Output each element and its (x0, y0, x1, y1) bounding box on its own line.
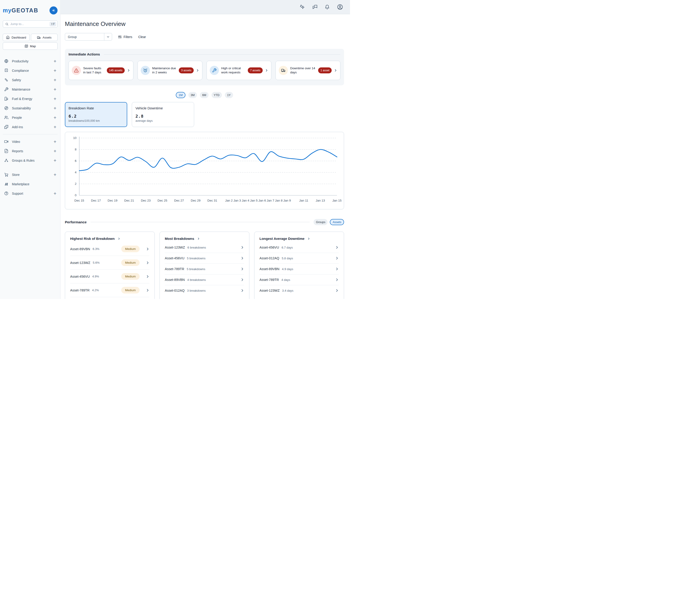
svg-text:Dec 19: Dec 19 (108, 199, 118, 202)
highest-risk-card-header[interactable]: Highest Risk of Breakdown (70, 237, 149, 241)
immediate-actions-panel: Immediate Actions Severe faults in last … (65, 49, 344, 85)
asset-row[interactable]: Asset-789TR 4.2% Medium (70, 283, 149, 297)
filter-sliders-icon (118, 35, 122, 39)
group-filter-select[interactable]: Group (65, 33, 112, 41)
time-range-ytd[interactable]: YTD (211, 92, 222, 98)
kpi-unit: average days (135, 119, 191, 122)
wrench-icon (210, 66, 219, 75)
action-card-severe-faults[interactable]: Severe faults in last 7 days 145 assets (69, 61, 133, 80)
time-range-1m[interactable]: 1M (176, 92, 185, 98)
expand-plus-icon[interactable]: + (54, 158, 56, 163)
sidebar-collapse-button[interactable] (50, 6, 57, 15)
sidebar-item-marketplace[interactable]: Marketplace (3, 179, 57, 189)
asset-row[interactable]: Asset-89VBN 4.9 days (259, 264, 339, 274)
expand-plus-icon[interactable]: + (54, 59, 56, 64)
expand-plus-icon[interactable]: + (54, 68, 56, 73)
asset-row[interactable]: Asset-123WZ 6 breakdowns (165, 242, 244, 253)
most-breakdowns-card-header[interactable]: Most Breakdowns (165, 237, 244, 241)
performance-toggle-assets[interactable]: Assets (330, 219, 344, 225)
svg-text:Dec 23: Dec 23 (141, 199, 151, 202)
expand-plus-icon[interactable]: + (54, 77, 56, 82)
map-button[interactable]: Map (3, 42, 57, 50)
kpi-value: 6.2 (69, 114, 124, 119)
sidebar-item-store[interactable]: Store + (3, 170, 57, 179)
svg-text:Jan 7: Jan 7 (267, 199, 274, 202)
asset-name: Asset-789TR (259, 278, 279, 282)
compliance-document-icon (4, 68, 8, 73)
sidebar-item-safety[interactable]: Safety + (3, 75, 57, 85)
dashboard-button[interactable]: Dashboard (3, 34, 30, 41)
time-range-6m[interactable]: 6M (200, 92, 208, 98)
sidebar-item-sustainability[interactable]: Sustainability + (3, 103, 57, 113)
expand-plus-icon[interactable]: + (54, 149, 56, 153)
kpi-card-breakdown-rate[interactable]: Breakdown Rate 6.2 breakdowns/100,000 km (65, 102, 127, 127)
assets-button-label: Assets (43, 36, 52, 39)
node-graph-icon (4, 158, 8, 163)
time-range-selector: 1M 3M 6M YTD 1Y (65, 92, 344, 98)
sidebar-nav: Productivity + Compliance + Safety + Mai… (3, 56, 57, 198)
clear-filters-button[interactable]: Clear (138, 35, 146, 39)
expand-plus-icon[interactable]: + (54, 96, 56, 101)
expand-plus-icon[interactable]: + (54, 115, 56, 120)
ai-sparkles-icon[interactable] (300, 4, 305, 9)
asset-row[interactable]: Asset-012AQ 5.8 days (259, 253, 339, 264)
performance-toggle-groups[interactable]: Groups (314, 219, 328, 225)
svg-text:2: 2 (75, 182, 76, 186)
svg-text:6: 6 (75, 159, 76, 163)
sidebar-item-groups-rules[interactable]: Groups & Rules + (3, 156, 57, 165)
chevron-right-icon (241, 278, 244, 282)
sidebar-item-add-ins[interactable]: Add-Ins + (3, 122, 57, 131)
chevron-right-icon (127, 69, 130, 72)
asset-row[interactable]: Asset-456VU 4.9% Medium (70, 270, 149, 283)
expand-plus-icon[interactable]: + (54, 124, 56, 129)
sidebar-item-productivity[interactable]: Productivity + (3, 56, 57, 66)
sidebar-item-maintenance[interactable]: Maintenance + (3, 85, 57, 94)
chat-messages-icon[interactable] (312, 4, 318, 9)
asset-row[interactable]: Asset-012AQ 3.5% Medium (70, 297, 149, 299)
chevron-right-icon (265, 69, 268, 72)
kpi-title: Breakdown Rate (69, 106, 124, 110)
kpi-title: Vehicle Downtime (135, 106, 191, 110)
action-card-work-requests[interactable]: High or critical work requests 7 assets (206, 61, 271, 80)
expand-plus-icon[interactable]: + (54, 172, 56, 177)
action-card-maintenance-due[interactable]: Maintenance due in 2 weeks 3 assets (138, 61, 202, 80)
chevron-right-icon (335, 267, 339, 271)
asset-row[interactable]: Asset-456VU 6.7 days (259, 242, 339, 253)
risk-level-badge: Medium (121, 259, 140, 266)
asset-row[interactable]: Asset-89VBN 4 breakdowns (165, 274, 244, 285)
asset-row[interactable]: Asset-012AQ 3 breakdowns (165, 285, 244, 296)
sidebar-item-compliance[interactable]: Compliance + (3, 66, 57, 75)
sidebar-item-video[interactable]: Video + (3, 137, 57, 146)
asset-row[interactable]: Asset-89VBN 6.3% Medium (70, 242, 149, 256)
sidebar-item-fuel-energy[interactable]: Fuel & Energy + (3, 94, 57, 103)
notifications-bell-icon[interactable] (325, 4, 330, 9)
asset-row[interactable]: Asset-123WZ 5.6% Medium (70, 256, 149, 270)
asset-metric: 3 breakdowns (187, 289, 206, 292)
expand-plus-icon[interactable]: + (54, 139, 56, 144)
report-file-icon (4, 149, 8, 153)
marketplace-icon (4, 182, 8, 186)
asset-name: Asset-89VBN (165, 278, 185, 282)
sidebar-item-support[interactable]: Support + (3, 189, 57, 198)
longest-downtime-card-header[interactable]: Longest Average Downtime (259, 237, 339, 241)
asset-row[interactable]: Asset-789TR 5 breakdowns (165, 264, 244, 274)
assets-button[interactable]: Assets (31, 34, 58, 41)
sidebar-item-reports[interactable]: Reports + (3, 146, 57, 156)
action-card-title: Downtime over 14 days (290, 66, 316, 74)
kpi-card-vehicle-downtime[interactable]: Vehicle Downtime 2.8 average days (132, 102, 194, 127)
asset-row[interactable]: Asset-789TR 4 days (259, 274, 339, 285)
filters-button[interactable]: Filters (118, 35, 132, 39)
asset-name: Asset-89VBN (259, 267, 279, 271)
expand-plus-icon[interactable]: + (54, 106, 56, 111)
expand-plus-icon[interactable]: + (54, 191, 56, 196)
globe-icon (4, 59, 8, 63)
time-range-1y[interactable]: 1Y (225, 92, 233, 98)
user-avatar-icon[interactable] (337, 4, 343, 10)
expand-plus-icon[interactable]: + (54, 87, 56, 92)
sidebar-item-people[interactable]: People + (3, 113, 57, 122)
time-range-3m[interactable]: 3M (189, 92, 197, 98)
asset-row[interactable]: Asset-456VU 5 breakdowns (165, 253, 244, 264)
action-card-downtime[interactable]: Downtime over 14 days 1 asset (276, 61, 341, 80)
jump-to-search-input[interactable]: Jump to... ⇧F (3, 20, 57, 27)
asset-row[interactable]: Asset-123WZ 3.4 days (259, 285, 339, 296)
